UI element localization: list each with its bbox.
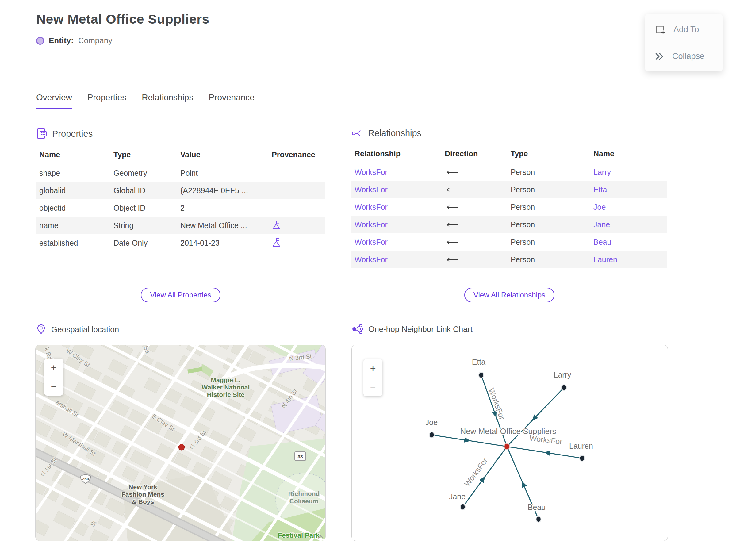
graph-node-etta[interactable] (479, 372, 484, 378)
column-header: Type (110, 150, 177, 159)
column-header: Name (590, 149, 667, 158)
map-poi-label: Historic Site (207, 391, 245, 398)
collapse-button[interactable]: Collapse (645, 48, 723, 65)
direction-cell (442, 185, 508, 194)
direction-cell (442, 238, 508, 247)
column-header: Name (36, 150, 110, 159)
entity-link[interactable]: WorksFor (355, 220, 388, 229)
graph-edge-arrowhead (479, 476, 485, 483)
floating-actions-panel: Add To Collapse (645, 14, 723, 71)
entity-link[interactable]: Joe (593, 203, 606, 211)
graph-edge-label: WorksFor (462, 456, 489, 488)
entity-link[interactable]: Beau (593, 238, 611, 246)
map-poi-label: Walker National (202, 384, 250, 391)
entity-type-row: Entity: Company (36, 36, 209, 45)
entity-link[interactable]: WorksFor (355, 203, 388, 211)
relationships-table-header: Relationship Direction Type Name (351, 149, 667, 163)
add-to-label: Add To (673, 25, 699, 34)
provenance-flag-icon (272, 220, 281, 230)
direction-cell (442, 203, 508, 212)
map-pin-icon (36, 324, 46, 335)
tab-provenance[interactable]: Provenance (209, 93, 254, 109)
map-poi-label: Coliseum (289, 497, 319, 504)
entity-link[interactable]: Etta (593, 185, 607, 194)
relationship-row: WorksFor PersonJoe (351, 198, 667, 216)
direction-cell (442, 255, 508, 264)
direction-left-arrow-icon (445, 222, 459, 227)
entity-link[interactable]: Lauren (593, 255, 617, 264)
linkchart-section-title: One-hop Neighbor Link Chart (368, 324, 473, 334)
graph-node-beau[interactable] (536, 516, 541, 522)
entity-link[interactable]: WorksFor (355, 185, 388, 194)
relationships-section-header: Relationships (351, 128, 667, 138)
entity-link[interactable]: WorksFor (355, 238, 388, 246)
graph-node-label: Joe (425, 418, 438, 427)
property-row: establishedDate Only2014-01-23 (36, 234, 325, 252)
property-row: shapeGeometryPoint (36, 164, 325, 182)
chart-zoom-in-button[interactable]: + (363, 359, 382, 378)
link-chart-panel: WorksForWorksForWorksForEttaLarryJoeLaur… (351, 345, 668, 541)
graph-node-larry[interactable] (562, 385, 566, 391)
chart-zoom-control: + − (363, 359, 382, 396)
properties-section: Properties Name Type Value Provenance sh… (36, 128, 325, 252)
graph-edge-arrowhead (544, 451, 550, 456)
properties-table-body: shapeGeometryPointglobalidGlobal ID{A228… (36, 164, 325, 252)
graph-center-label: New Metal Office Suppliers (460, 427, 556, 436)
property-row: globalidGlobal ID{A228944F-0EF5-... (36, 182, 325, 199)
graph-node-label: Larry (554, 370, 571, 379)
direction-left-arrow-icon (445, 170, 459, 175)
map-poi-label: Richmond (288, 490, 320, 497)
direction-cell (442, 168, 508, 177)
relationship-row: WorksFor PersonLauren (351, 251, 667, 268)
column-header: Direction (442, 149, 508, 158)
map-poi-label: & Boys (132, 498, 154, 505)
entity-link[interactable]: Jane (593, 220, 610, 229)
graph-edge-label: WorksFor (487, 387, 507, 421)
graph-node-lauren[interactable] (580, 455, 585, 461)
map-panel: 25033 k RdW Clay StSaarshall StW Marshal… (35, 345, 326, 541)
link-chart-icon (351, 324, 363, 334)
svg-text:33: 33 (297, 454, 303, 459)
column-header: Provenance (263, 150, 325, 159)
map-zoom-out-button[interactable]: − (44, 377, 63, 396)
map-canvas[interactable]: 25033 k RdW Clay StSaarshall StW Marshal… (36, 345, 325, 541)
graph-edge-arrowhead (464, 437, 471, 443)
route-shield-box: 33 (295, 452, 306, 461)
direction-left-arrow-icon (445, 240, 459, 245)
relationships-section: Relationships Relationship Direction Typ… (351, 128, 667, 268)
graph-node-label: Jane (449, 492, 466, 501)
relationship-row: WorksFor PersonBeau (351, 233, 667, 251)
view-all-properties-button[interactable]: View All Properties (141, 288, 220, 302)
property-row: nameStringNew Metal Office ... (36, 217, 325, 234)
map-poi-label: Maggie L. (211, 376, 241, 383)
add-to-icon (654, 24, 665, 35)
tab-overview[interactable]: Overview (36, 93, 72, 109)
link-chart-canvas[interactable]: WorksForWorksForWorksForEttaLarryJoeLaur… (352, 345, 668, 541)
chart-zoom-out-button[interactable]: − (363, 378, 382, 396)
graph-center-node[interactable] (504, 443, 510, 450)
page-title: New Metal Office Suppliers (36, 12, 209, 27)
direction-left-arrow-icon (445, 205, 459, 210)
properties-section-title: Properties (52, 129, 93, 139)
graph-node-jane[interactable] (460, 504, 465, 510)
direction-left-arrow-icon (445, 257, 459, 262)
tab-properties[interactable]: Properties (87, 93, 127, 109)
view-all-relationships-button[interactable]: View All Relationships (464, 288, 554, 302)
entity-type-dot-icon (36, 37, 44, 45)
relationships-section-title: Relationships (368, 128, 421, 138)
map-zoom-in-button[interactable]: + (44, 359, 63, 377)
add-to-button[interactable]: Add To (645, 20, 723, 39)
page-header: New Metal Office Suppliers Entity: Compa… (36, 12, 209, 45)
graph-node-joe[interactable] (429, 432, 434, 438)
map-poi-label: New York (128, 483, 157, 490)
entity-label: Entity: (49, 36, 74, 45)
svg-text:250: 250 (82, 477, 89, 481)
entity-link[interactable]: WorksFor (355, 168, 388, 176)
column-header: Relationship (351, 149, 442, 158)
entity-link[interactable]: WorksFor (355, 255, 388, 264)
graph-edge-arrowhead (522, 481, 527, 488)
graph-node-label: Beau (528, 503, 546, 512)
tab-relationships[interactable]: Relationships (142, 93, 193, 109)
collapse-label: Collapse (672, 52, 704, 61)
entity-link[interactable]: Larry (593, 168, 611, 176)
